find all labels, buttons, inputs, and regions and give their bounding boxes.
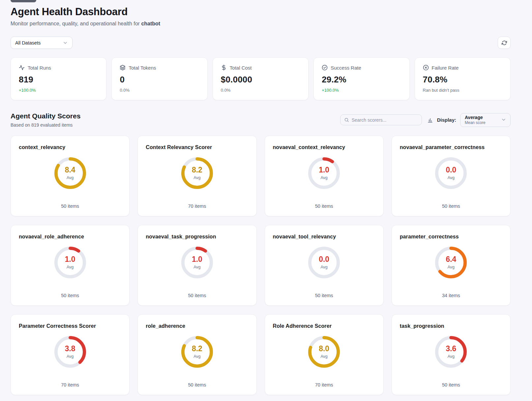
score-gauge: 1.0 Avg bbox=[308, 157, 340, 189]
scorer-name: novaeval_tool_relevancy bbox=[273, 234, 375, 240]
stat-header: Success Rate bbox=[322, 65, 401, 71]
items-count: 50 items bbox=[273, 203, 375, 209]
score-gauge: 3.6 Avg bbox=[435, 336, 467, 368]
stat-delta: Ran but didn't pass bbox=[423, 88, 502, 93]
items-count: 50 items bbox=[19, 293, 121, 299]
stats-row: Total Runs 819 +100.0% Total Tokens 0 0.… bbox=[11, 57, 511, 100]
check-circle-icon bbox=[322, 65, 328, 71]
page-subtitle: Monitor performance, quality, and operat… bbox=[11, 21, 511, 27]
dollar-icon bbox=[221, 65, 227, 71]
items-count: 50 items bbox=[400, 382, 502, 388]
scorer-card[interactable]: novaeval_task_progression 1.0 Avg 50 ite… bbox=[137, 225, 256, 306]
agent-health-dashboard: Agent Health Dashboard Monitor performan… bbox=[11, 0, 511, 400]
stat-label: Failure Rate bbox=[432, 65, 459, 71]
gauge-wrap: 3.6 Avg bbox=[400, 336, 502, 368]
chevron-down-icon bbox=[63, 40, 68, 46]
scorer-card[interactable]: parameter_correctness 6.4 Avg 34 items bbox=[392, 225, 511, 306]
avg-label: Avg bbox=[193, 354, 200, 359]
bar-chart-icon bbox=[427, 117, 433, 123]
search-scorers-box[interactable] bbox=[340, 114, 422, 125]
scorer-card[interactable]: novaeval_tool_relevancy 0.0 Avg 50 items bbox=[265, 225, 384, 306]
gauge-wrap: 8.2 Avg bbox=[146, 336, 248, 368]
section-title: Agent Quality Scores bbox=[11, 112, 80, 120]
quality-controls: Display: Average Mean score bbox=[340, 113, 511, 127]
x-circle-icon bbox=[423, 65, 429, 71]
items-count: 70 items bbox=[19, 382, 121, 388]
display-mode-value: Average bbox=[465, 115, 486, 120]
scorer-name: context_relevancy bbox=[19, 144, 121, 150]
scorer-card[interactable]: Context Relevancy Scorer 8.2 Avg 70 item… bbox=[137, 136, 256, 216]
project-name: chatbot bbox=[141, 21, 160, 26]
score-gauge: 8.2 Avg bbox=[181, 336, 213, 368]
score-value: 6.4 bbox=[446, 256, 456, 263]
scorer-card[interactable]: context_relevancy 8.4 Avg 50 items bbox=[11, 136, 130, 216]
score-value: 3.8 bbox=[65, 345, 75, 353]
score-value: 1.0 bbox=[192, 256, 202, 263]
score-gauge: 0.0 Avg bbox=[435, 157, 467, 189]
search-input[interactable] bbox=[352, 117, 418, 123]
stat-delta: +100.0% bbox=[322, 88, 401, 93]
gauge-wrap: 0.0 Avg bbox=[273, 246, 375, 279]
controls-row: All Datasets bbox=[11, 37, 511, 49]
scorer-card[interactable]: Role Adherence Scorer 8.0 Avg 70 items bbox=[265, 314, 384, 395]
score-gauge: 8.4 Avg bbox=[54, 157, 86, 189]
gauge-wrap: 1.0 Avg bbox=[273, 157, 375, 189]
scorer-card[interactable]: novaeval_role_adherence 1.0 Avg 50 items bbox=[11, 225, 130, 306]
scorer-name: novaeval_role_adherence bbox=[19, 234, 121, 240]
avg-label: Avg bbox=[67, 175, 74, 180]
avg-label: Avg bbox=[67, 354, 74, 359]
gauge-wrap: 0.0 Avg bbox=[400, 157, 502, 189]
avg-label: Avg bbox=[320, 265, 327, 269]
scorer-name: Role Adherence Scorer bbox=[273, 323, 375, 329]
scorer-name: novaeval_task_progression bbox=[146, 234, 248, 240]
avg-label: Avg bbox=[448, 354, 455, 359]
score-gauge: 0.0 Avg bbox=[308, 246, 340, 279]
scorer-name: Context Relevancy Scorer bbox=[146, 144, 248, 150]
scorer-card[interactable]: Parameter Correctness Scorer 3.8 Avg 70 … bbox=[11, 314, 130, 395]
page-title: Agent Health Dashboard bbox=[11, 0, 511, 18]
avg-label: Avg bbox=[193, 175, 200, 180]
display-mode-subvalue: Mean score bbox=[465, 120, 486, 125]
scorer-name: parameter_correctness bbox=[400, 234, 502, 240]
gauge-wrap: 3.8 Avg bbox=[19, 336, 121, 368]
stat-card: Success Rate 29.2% +100.0% bbox=[313, 57, 409, 100]
stat-delta: 0.0% bbox=[120, 88, 199, 93]
scorer-card[interactable]: novaeval_parameter_correctness 0.0 Avg 5… bbox=[392, 136, 511, 216]
scorer-card[interactable]: novaeval_context_relevancy 1.0 Avg 50 it… bbox=[265, 136, 384, 216]
items-count: 34 items bbox=[400, 293, 502, 299]
quality-section-header: Agent Quality Scores Based on 819 evalua… bbox=[11, 112, 511, 128]
refresh-button[interactable] bbox=[498, 37, 511, 49]
display-label: Display: bbox=[437, 117, 456, 123]
scorer-name: novaeval_parameter_correctness bbox=[400, 144, 502, 150]
stat-delta: +100.0% bbox=[19, 88, 98, 93]
avg-label: Avg bbox=[320, 175, 327, 180]
score-value: 1.0 bbox=[319, 166, 329, 174]
score-value: 8.0 bbox=[319, 345, 329, 353]
score-gauge: 8.2 Avg bbox=[181, 157, 213, 189]
scorer-card[interactable]: task_progression 3.6 Avg 50 items bbox=[392, 314, 511, 395]
scorer-card[interactable]: role_adherence 8.2 Avg 50 items bbox=[137, 314, 256, 395]
layers-icon bbox=[120, 65, 126, 71]
items-count: 70 items bbox=[146, 203, 248, 209]
stat-header: Total Cost bbox=[221, 65, 300, 71]
score-value: 8.4 bbox=[65, 166, 75, 174]
gauge-wrap: 1.0 Avg bbox=[19, 246, 121, 279]
stat-header: Failure Rate bbox=[423, 65, 502, 71]
stat-value: 70.8% bbox=[423, 75, 502, 85]
stat-label: Total Cost bbox=[230, 65, 252, 71]
page-subtitle-text: Monitor performance, quality, and operat… bbox=[11, 21, 141, 26]
display-mode-select[interactable]: Average Mean score bbox=[460, 113, 511, 127]
avg-label: Avg bbox=[448, 175, 455, 180]
score-value: 0.0 bbox=[319, 256, 329, 263]
items-count: 50 items bbox=[146, 382, 248, 388]
stat-value: 29.2% bbox=[322, 75, 401, 85]
items-count: 50 items bbox=[146, 293, 248, 299]
avg-label: Avg bbox=[67, 265, 74, 269]
avg-label: Avg bbox=[193, 265, 200, 269]
score-gauge: 1.0 Avg bbox=[181, 246, 213, 279]
stat-header: Total Runs bbox=[19, 65, 98, 71]
items-count: 70 items bbox=[273, 382, 375, 388]
activity-icon bbox=[19, 65, 25, 71]
dataset-select[interactable]: All Datasets bbox=[11, 37, 73, 49]
score-value: 1.0 bbox=[65, 256, 75, 263]
